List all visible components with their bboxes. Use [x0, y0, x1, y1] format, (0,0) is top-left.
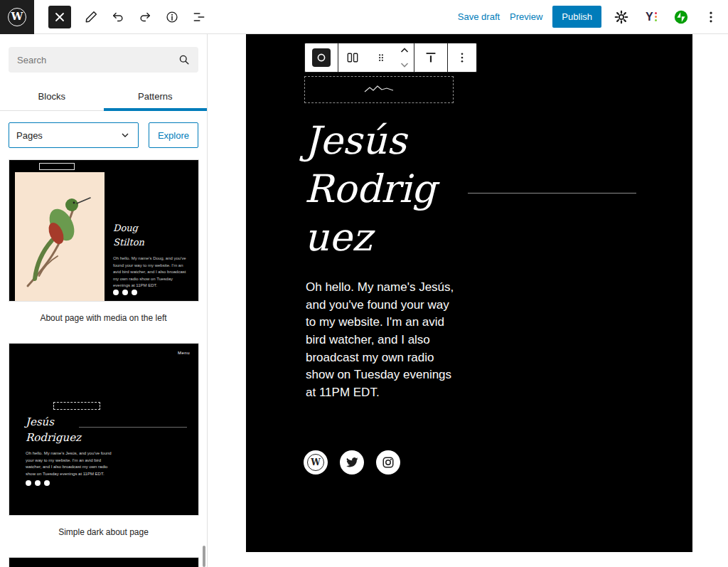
- move-down-button[interactable]: [395, 58, 414, 72]
- block-options-button[interactable]: [448, 43, 476, 72]
- pattern-filter-row: Pages Explore: [9, 122, 198, 148]
- tab-patterns[interactable]: Patterns: [104, 83, 208, 110]
- twitter-icon: [35, 480, 41, 486]
- list-view-button[interactable]: [188, 6, 210, 28]
- pattern-category-value: Pages: [16, 130, 43, 141]
- instagram-icon: [44, 480, 50, 486]
- drag-handle[interactable]: [367, 43, 395, 72]
- pattern-menu-label: Menu: [178, 351, 190, 355]
- wordpress-icon: [113, 290, 119, 295]
- kebab-menu-icon: [456, 51, 469, 64]
- chevron-up-icon: [400, 47, 410, 54]
- block-movers: [395, 43, 414, 72]
- chevron-down-icon: [119, 129, 131, 141]
- twitter-social-link[interactable]: [340, 450, 364, 475]
- close-inserter-button[interactable]: [48, 6, 71, 28]
- info-icon: [165, 10, 179, 24]
- close-icon: [55, 12, 65, 22]
- squiggle-icon: [363, 85, 395, 95]
- undo-icon: [111, 10, 125, 24]
- wordpress-social-link[interactable]: W: [304, 450, 328, 475]
- instagram-icon: [382, 456, 395, 469]
- details-button[interactable]: [161, 6, 183, 28]
- instagram-social-link[interactable]: [376, 450, 400, 475]
- pattern-caption: Simple dark about page: [9, 527, 198, 537]
- wordpress-logo-letter: W: [11, 11, 23, 22]
- chevron-down-icon: [400, 61, 410, 68]
- pattern-card: Doug Stilton Oh hello. My name's Doug, a…: [9, 159, 198, 323]
- pattern-preview-bio: Oh hello. My name's Jesús, and you've fo…: [26, 450, 115, 477]
- inserter-tabs: Blocks Patterns: [0, 83, 207, 111]
- list-view-icon: [192, 10, 206, 24]
- pattern-preview-name: Jesús Rodriguez: [26, 415, 88, 446]
- pattern-caption: About page with media on the left: [9, 313, 198, 323]
- undo-button[interactable]: [107, 6, 129, 28]
- columns-parent-button[interactable]: [338, 43, 367, 72]
- editor-topbar: W: [0, 0, 728, 34]
- wordpress-block-editor: W: [0, 0, 728, 567]
- logo-placeholder-thumb: [53, 402, 100, 410]
- logo-placeholder-thumb: [39, 163, 75, 170]
- pattern-category-select[interactable]: Pages: [9, 122, 139, 148]
- topbar-actions: Save draft Preview Publish Y: [458, 6, 728, 28]
- yoast-icon: Y: [646, 11, 657, 23]
- jetpack-icon: [673, 9, 689, 25]
- wordpress-admin-button[interactable]: W: [0, 0, 34, 34]
- block-switcher-button[interactable]: [305, 43, 338, 72]
- save-draft-button[interactable]: Save draft: [458, 11, 500, 22]
- search-icon: [177, 53, 191, 67]
- pattern-preview-bio: Oh hello. My name's Doug, and you've fou…: [113, 255, 188, 290]
- yoast-traffic-dots: [655, 12, 658, 22]
- redo-icon: [138, 10, 152, 24]
- wordpress-icon: [26, 480, 31, 486]
- site-logo-block-icon: [312, 48, 331, 67]
- pattern-social-icons: [26, 476, 53, 489]
- move-up-button[interactable]: [395, 43, 414, 58]
- gear-icon: [614, 9, 629, 25]
- options-menu-button[interactable]: [701, 7, 721, 27]
- bird-illustration: [15, 172, 105, 301]
- twitter-icon: [346, 456, 358, 469]
- kebab-menu-icon: [704, 10, 718, 24]
- pattern-card: [9, 557, 198, 567]
- explore-patterns-button[interactable]: Explore: [149, 122, 198, 148]
- separator-thumb: [79, 427, 187, 428]
- bio-paragraph[interactable]: Oh hello. My name's Jesús, and you've fo…: [306, 279, 456, 401]
- redo-button[interactable]: [134, 6, 156, 28]
- block-inserter-panel: Blocks Patterns Pages Explore: [0, 34, 208, 567]
- pattern-social-icons: [113, 285, 141, 298]
- jetpack-button[interactable]: [671, 7, 691, 27]
- preview-button[interactable]: Preview: [510, 11, 542, 22]
- page-canvas[interactable]: Jesús Rodriguez Oh hello. My name's Jesú…: [246, 34, 692, 552]
- columns-icon: [345, 50, 360, 65]
- publish-button[interactable]: Publish: [552, 6, 601, 28]
- inserter-search: [9, 47, 198, 73]
- edit-mode-button[interactable]: [80, 6, 102, 28]
- site-title-heading[interactable]: Jesús Rodriguez: [304, 117, 443, 262]
- pattern-card: Menu Jesús Rodriguez Oh hello. My name's…: [9, 343, 198, 537]
- yoast-seo-button[interactable]: Y: [641, 7, 661, 27]
- separator-block[interactable]: [468, 193, 636, 194]
- align-top-button[interactable]: [414, 43, 447, 72]
- sidebar-scrollbar[interactable]: [203, 546, 205, 567]
- pattern-preview-partial[interactable]: [9, 557, 199, 567]
- yoast-logo-letter: Y: [646, 11, 653, 23]
- pattern-preview-simple-dark-about[interactable]: Menu Jesús Rodriguez Oh hello. My name's…: [9, 343, 199, 516]
- twitter-icon: [122, 290, 128, 295]
- tab-blocks[interactable]: Blocks: [0, 83, 104, 110]
- drag-handle-icon: [375, 51, 387, 64]
- search-input[interactable]: [9, 47, 198, 73]
- settings-button[interactable]: [611, 7, 631, 27]
- wordpress-icon: W: [307, 454, 324, 471]
- wordpress-logo-icon: W: [8, 8, 26, 26]
- pencil-icon: [84, 10, 98, 24]
- site-logo-placeholder-block[interactable]: [304, 76, 454, 103]
- pattern-preview-name: Doug Stilton: [113, 221, 163, 249]
- block-toolbar: [304, 43, 477, 73]
- social-links-block: W: [304, 450, 400, 475]
- editor-content-area: Jesús Rodriguez Oh hello. My name's Jesú…: [208, 34, 728, 567]
- pattern-list: Doug Stilton Oh hello. My name's Doug, a…: [0, 159, 207, 567]
- align-top-icon: [423, 50, 439, 65]
- instagram-icon: [132, 290, 137, 295]
- pattern-preview-about-media-left[interactable]: Doug Stilton Oh hello. My name's Doug, a…: [9, 159, 199, 302]
